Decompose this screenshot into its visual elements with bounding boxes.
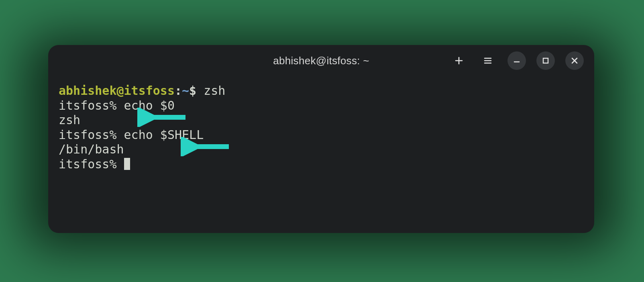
minimize-icon [512,56,522,65]
titlebar-controls [450,45,584,76]
terminal-body[interactable]: abhishek@itsfoss:~$ zsh itsfoss% echo $0… [48,76,594,186]
bash-prompt-userhost: abhishek@itsfoss [59,84,175,98]
command-echo-shell: echo $SHELL [124,128,204,142]
close-icon [570,56,579,65]
zsh-prompt-1: itsfoss% [59,98,124,112]
close-button[interactable] [565,51,584,70]
new-tab-button[interactable] [450,51,468,70]
cursor-block [124,158,130,170]
menu-button[interactable] [479,51,497,70]
maximize-icon [541,56,550,65]
zsh-prompt-3: itsfoss% [59,157,124,171]
plus-icon [454,56,463,65]
terminal-window: abhishek@itsfoss: ~ [48,45,594,233]
hamburger-icon [483,56,492,65]
output-zsh: zsh [59,113,80,127]
command-echo-0: echo $0 [124,98,175,112]
minimize-button[interactable] [507,51,526,70]
command-zsh: zsh [196,84,225,98]
maximize-button[interactable] [536,51,555,70]
zsh-prompt-2: itsfoss% [59,128,124,142]
svg-rect-0 [543,58,548,63]
bash-prompt-path: ~ [182,84,189,98]
titlebar[interactable]: abhishek@itsfoss: ~ [48,45,594,76]
bash-prompt-separator: : [175,84,182,98]
bash-prompt-dollar: $ [189,84,196,98]
window-title: abhishek@itsfoss: ~ [273,55,369,67]
output-bin-bash: /bin/bash [59,142,124,156]
